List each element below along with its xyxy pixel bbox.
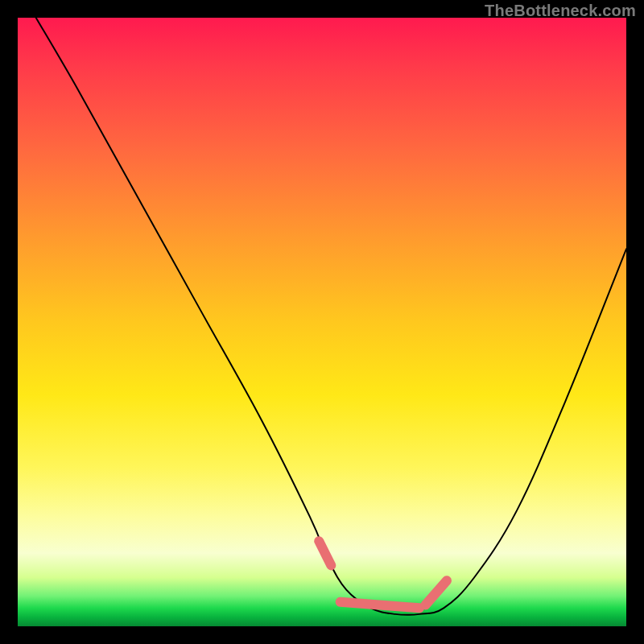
black-curve-path xyxy=(36,18,626,615)
curve-layer xyxy=(18,18,626,626)
pink-overlay-path xyxy=(319,541,447,608)
plot-area xyxy=(18,18,626,626)
chart-frame: TheBottleneck.com xyxy=(0,0,644,644)
